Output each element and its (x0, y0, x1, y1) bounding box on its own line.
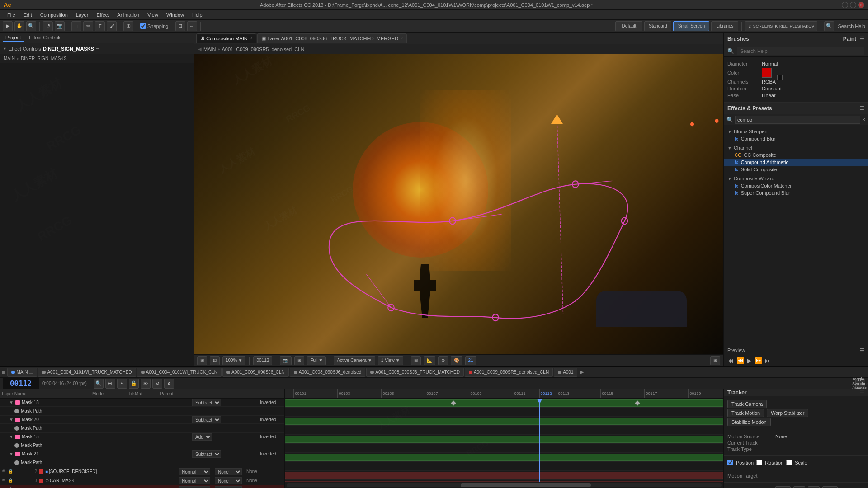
stabilize-motion-btn[interactable]: Stabilize Motion (727, 418, 771, 426)
viewer-timecode[interactable]: 00112 (253, 356, 272, 365)
minimize-btn[interactable]: - (842, 2, 848, 8)
mask18-mode-select[interactable]: Subtract (192, 399, 221, 406)
effect-group-composite-wizard-header[interactable]: ▼ Composite Wizard (724, 175, 868, 182)
timeline-tab-2[interactable]: A001_C004_0101WI_TRUCK_CLN (137, 368, 222, 377)
timeline-scrollbar[interactable] (285, 482, 723, 488)
layer-3-lock[interactable]: 🔒 (8, 478, 14, 483)
layer-2-eye[interactable]: 👁 (2, 469, 7, 474)
scale-checkbox[interactable] (786, 460, 792, 465)
menu-help[interactable]: Help (189, 11, 206, 19)
snapping-checkbox[interactable] (140, 23, 146, 29)
layer-2-lock[interactable]: 🔒 (8, 469, 14, 474)
timeline-tab-3[interactable]: A001_C009_090SJ6_CLN (222, 368, 289, 377)
search-clear-btn[interactable]: × (862, 117, 865, 123)
viewer-camera[interactable]: Active Camera ▼ (334, 356, 375, 365)
viewer-color[interactable]: 🎨 (451, 356, 462, 365)
viewer-depth[interactable]: 21 (465, 356, 476, 365)
comp-tab-main-close[interactable]: × (250, 36, 252, 41)
layer-mask15-path[interactable]: Mask Path (0, 441, 284, 450)
track-camera-btn[interactable]: Track Camera (727, 400, 767, 408)
effect-solid-composite[interactable]: fx Solid Composite (724, 166, 868, 173)
preview-prev[interactable]: ⏪ (736, 357, 744, 364)
analyze-next-btn[interactable]: ▶ (808, 486, 820, 488)
timeline-menu[interactable]: ≡ (2, 370, 5, 375)
tool-camera[interactable]: 📷 (55, 21, 65, 31)
layer-2[interactable]: 👁 🔒 2 ■ [SOURCE_DENOISED] Normal N (0, 467, 284, 476)
layer-2-trkmat-select[interactable]: None (215, 468, 242, 475)
effects-presets-menu[interactable]: ☰ (860, 105, 864, 111)
layer-mask-21[interactable]: ▼ Mask 21 Subtract Inverted (0, 450, 284, 458)
effect-super-compound-blur[interactable]: fx Super Compound Blur (724, 189, 868, 197)
color-swatch-bg[interactable] (777, 75, 783, 80)
effect-cc-composite[interactable]: CC CC Composite (724, 151, 868, 159)
menu-composition[interactable]: Composition (37, 11, 71, 19)
effects-search-input[interactable] (735, 116, 860, 124)
menu-layer[interactable]: Layer (72, 11, 92, 19)
viewer-rulers[interactable]: 📐 (424, 356, 435, 365)
timeline-scroll-thumb[interactable] (461, 483, 591, 487)
viewer-region-btn[interactable]: ⊡ (210, 356, 220, 365)
mask15-mode-select[interactable]: Add (192, 433, 212, 441)
timecode-display[interactable]: 00112 (3, 378, 39, 389)
preview-next[interactable]: ⏩ (755, 357, 762, 364)
mask20-mode-select[interactable]: Subtract (192, 416, 221, 423)
layer-4[interactable]: 👁 🔒 4 ■ LETTERBOX Stencil Al None (0, 485, 284, 488)
analyze-bwd-btn[interactable]: ◀◀ (775, 486, 791, 488)
preview-last[interactable]: ⏭ (765, 357, 771, 364)
tl-parent-btn[interactable]: ⊕ (105, 379, 115, 389)
search-btn[interactable]: 🔍 (824, 21, 834, 31)
effect-ctrl-menu[interactable]: ☰ (96, 47, 99, 51)
menu-file[interactable]: File (4, 11, 19, 19)
workspace-standard[interactable]: Standard (644, 21, 671, 31)
viewer-ram-btn[interactable]: ⊞ (197, 356, 207, 365)
tool-brush[interactable]: 🖌 (107, 21, 117, 31)
viewer-snapshot[interactable]: 📷 (280, 356, 292, 365)
timeline-tab-main[interactable]: MAIN ☰ (7, 368, 37, 377)
viewer-quality[interactable]: Full ▼ (307, 356, 326, 365)
close-btn[interactable]: × (858, 2, 864, 8)
workspace-small-screen[interactable]: Small Screen (673, 21, 709, 31)
tool-zoom[interactable]: 🔍 (26, 21, 36, 31)
tool-rect[interactable]: □ (71, 21, 81, 31)
viewer-checkerboard[interactable]: ⊞ (294, 356, 304, 365)
layer-3-trkmat-select[interactable]: None (215, 477, 242, 484)
effect-group-blur-header[interactable]: ▼ Blur & Sharpen (724, 128, 868, 135)
analyze-prev-btn[interactable]: ◀ (793, 486, 805, 488)
layer-4-mode-select[interactable]: Stencil Al (179, 486, 210, 488)
tool-select[interactable]: ▶ (3, 21, 13, 31)
layer-mask-15[interactable]: ▼ Mask 15 Add Inverted (0, 433, 284, 441)
comp-tab-main[interactable]: ⊞ Composition MAIN × (196, 33, 256, 43)
tool-text[interactable]: T (95, 21, 105, 31)
tl-shy-btn[interactable]: 👁 (141, 379, 151, 389)
effect-group-channel-header[interactable]: ▼ Channel (724, 144, 868, 151)
rotation-checkbox[interactable] (756, 460, 762, 465)
tracker-menu[interactable]: ☰ (860, 390, 864, 396)
tab-project[interactable]: Project (3, 34, 24, 42)
comp-nav-layer[interactable]: A001_C009_090SR5_denoised_CLN (222, 47, 305, 52)
menu-effect[interactable]: Effect (93, 11, 113, 19)
workspace-default[interactable]: Default (615, 21, 642, 31)
mask15-expand[interactable]: ▼ (9, 434, 14, 439)
playhead[interactable] (539, 399, 540, 482)
breadcrumb-layer[interactable]: DINER_SIGN_MASKS (21, 56, 67, 61)
mask18-expand[interactable]: ▼ (9, 400, 14, 405)
viewer-guides[interactable]: ⊜ (438, 356, 448, 365)
menu-animation[interactable]: Animation (113, 11, 143, 19)
timeline-tabs-overflow[interactable]: ▶ (580, 369, 584, 375)
effect-compound-arithmetic[interactable]: fx Compound Arithmetic (724, 159, 868, 166)
sync-btn[interactable]: ↔ (187, 21, 197, 31)
analyze-fwd-btn[interactable]: ▶▶ (822, 486, 838, 488)
tl-search-btn[interactable]: 🔍 (94, 379, 104, 389)
comp-tab-layer[interactable]: ▣ Layer A001_C008_090SJ6_TRUCK_MATCHED_M… (257, 33, 407, 43)
layer-4-trkmat-select[interactable]: None (215, 486, 242, 488)
viewer-view[interactable]: 1 View ▼ (378, 356, 403, 365)
tool-puppet[interactable]: ⊕ (123, 21, 133, 31)
layer-3-eye[interactable]: 👁 (2, 478, 7, 483)
effect-compound-blur[interactable]: fx Compound Blur (724, 135, 868, 142)
search-help-input[interactable] (737, 47, 864, 55)
menu-window[interactable]: Window (163, 11, 188, 19)
layer-3-mode-select[interactable]: Normal (179, 477, 210, 484)
viewer-expand[interactable]: ⊞ (710, 356, 720, 365)
breadcrumb-main[interactable]: MAIN (4, 56, 15, 61)
comp-nav-main[interactable]: MAIN (203, 47, 216, 52)
